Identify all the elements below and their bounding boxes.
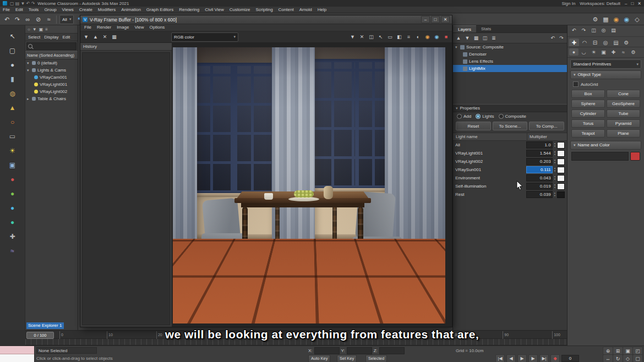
vfb-close-button[interactable]: ✕ [441, 16, 450, 23]
layer-tree-row[interactable]: Denoiser [453, 51, 567, 58]
redo-view-icon[interactable]: ↷ [580, 26, 588, 34]
torus-primitive-icon[interactable]: ○ [7, 117, 18, 128]
explorer-row[interactable]: VRayCam001 [25, 74, 78, 81]
menu-item[interactable]: Graph Editors [144, 7, 176, 13]
light-create-icon[interactable]: ☀ [7, 145, 18, 156]
create-tab-icon[interactable]: ✚ [569, 39, 579, 46]
primitive-button[interactable]: GeoSphere [607, 100, 640, 108]
material-green-icon[interactable]: ● [7, 188, 18, 199]
properties-header[interactable]: ▾ Properties [453, 104, 567, 112]
spinner-icon[interactable]: ▴▾ [554, 151, 555, 156]
menu-item[interactable]: File [0, 7, 13, 13]
display-toggle-icon[interactable]: ▤ [609, 26, 618, 34]
vfb-menu-item[interactable]: View [132, 24, 146, 31]
prev-frame-icon[interactable]: ◀ [506, 354, 516, 362]
explorer-column-header[interactable]: Name (Sorted Ascending) [25, 51, 78, 59]
select-tool-icon[interactable]: ↖ [7, 31, 18, 42]
helpers-icon[interactable]: ✚ [609, 48, 618, 56]
cameras-icon[interactable]: ▣ [599, 48, 608, 56]
selection-filter-dropdown[interactable]: All▾ [59, 15, 74, 24]
layers-panel-tab[interactable]: Layers [453, 25, 476, 32]
menu-item[interactable]: Tools [26, 7, 42, 13]
name-and-color-rollout[interactable]: ▾ Name and Color [570, 141, 641, 150]
unlink-icon[interactable]: ⊘ [34, 15, 43, 24]
explorer-row[interactable]: VRayLight001 [25, 81, 78, 88]
material-blue-icon[interactable]: ● [7, 202, 18, 213]
lightmix-button[interactable]: To Comp... [529, 122, 564, 130]
multiplier-field[interactable]: 0.019 [526, 183, 553, 190]
autogrid-checkbox[interactable] [573, 81, 578, 87]
primitive-button[interactable]: Cone [607, 90, 640, 98]
primitive-button[interactable]: Cylinder [571, 109, 605, 118]
geometry-icon[interactable]: ● [569, 48, 578, 56]
isolate-icon[interactable]: ◎ [599, 26, 608, 34]
multiplier-field[interactable]: 0.111 [526, 166, 553, 173]
lightmix-mode-radio[interactable]: Lights [476, 114, 494, 119]
light-color-swatch[interactable] [557, 183, 565, 190]
layer-tree-row[interactable]: ▾ Source: Composite [453, 43, 567, 51]
hierarchy-tab-icon[interactable]: ⊟ [590, 39, 600, 46]
spinner-icon[interactable]: ▴▾ [554, 175, 555, 180]
spinner-icon[interactable]: ▴▾ [554, 159, 555, 164]
menu-item[interactable]: Views [59, 7, 77, 13]
explorer-row[interactable]: VRayLight002 [25, 88, 78, 95]
save-image-icon[interactable]: ▼ [348, 33, 357, 41]
menu-item[interactable]: Modifiers [95, 7, 118, 13]
helper-create-icon[interactable]: ✚ [7, 231, 18, 242]
spinner-icon[interactable]: ▴▾ [554, 167, 555, 172]
vfb-title-bar[interactable]: V V-Ray Frame Buffer - [100% of 800 x 60… [80, 15, 452, 24]
explorer-find-icon[interactable]: ○ [28, 27, 30, 32]
plane-primitive-icon[interactable]: ▭ [7, 131, 18, 142]
fov-icon[interactable]: ◇ [623, 354, 633, 362]
stop-render-icon[interactable]: ■ [442, 33, 450, 41]
coord-y-field[interactable] [347, 347, 372, 354]
lightmix-row[interactable]: Environment 0.043 ▴▾ [453, 174, 567, 182]
close-button[interactable]: ✕ [637, 1, 641, 6]
space-warps-icon[interactable]: ≈ [619, 48, 628, 56]
utilities-tab-icon[interactable]: ⚙ [621, 39, 631, 46]
menu-item[interactable]: Content [276, 7, 297, 13]
primitive-button[interactable]: Torus [571, 119, 605, 128]
box-primitive-icon[interactable]: ▢ [7, 45, 18, 56]
lightmix-row[interactable]: All 1.0 ▴▾ [453, 141, 567, 149]
light-color-swatch[interactable] [557, 150, 565, 157]
primitives-dropdown[interactable]: Standard Primitives▾ [570, 59, 641, 69]
lightmix-row[interactable]: Rest 0.039 ▴▾ [453, 190, 567, 199]
explorer-menu-edit[interactable]: Edit [61, 34, 72, 40]
layer-tree-row[interactable]: Lens Effects [453, 58, 567, 65]
snapshot-icon[interactable]: ◫ [590, 26, 598, 34]
maximize-button[interactable]: □ [631, 1, 634, 6]
vfb-channel-dropdown[interactable]: RGB color▾ [171, 32, 238, 42]
lightmix-mode-radio[interactable]: Composite [499, 114, 526, 119]
play-icon[interactable]: ▶ [517, 354, 527, 362]
bind-spacewarp-icon[interactable]: ≈ [44, 15, 53, 24]
light-color-swatch[interactable] [557, 175, 565, 182]
select-link-icon[interactable]: ∞ [23, 15, 32, 24]
history-save-icon[interactable]: ▼ [82, 33, 90, 41]
object-type-rollout[interactable]: ▾ Object Type [570, 70, 641, 79]
stamp-icon[interactable]: ≡ [405, 33, 413, 41]
multiplier-field[interactable]: 1.0 [526, 141, 553, 149]
explorer-filter-icon[interactable]: ▼ [32, 27, 37, 32]
key-toggle-icon[interactable]: ◆ [550, 354, 560, 362]
lights-icon[interactable]: ☀ [589, 48, 598, 56]
menu-item[interactable]: Civil View [202, 7, 227, 13]
arnold-render-icon[interactable]: ◇ [632, 15, 642, 24]
coord-z-field[interactable] [379, 347, 405, 354]
multiplier-field[interactable]: 0.043 [526, 174, 553, 182]
vfb-minimize-button[interactable]: – [421, 16, 430, 23]
menu-item[interactable]: Animation [118, 7, 144, 13]
layer-tree-row-selected[interactable]: LightMix [453, 65, 567, 72]
undo-view-icon[interactable]: ↶ [570, 26, 578, 34]
vfb-menu-item[interactable]: Image [114, 24, 132, 31]
explorer-menu-display[interactable]: Display [42, 34, 60, 40]
sphere-primitive-icon[interactable]: ● [7, 59, 18, 70]
layers-folder-icon[interactable]: ▦ [472, 34, 480, 42]
orbit-icon[interactable]: ↻ [613, 354, 623, 362]
layers-redo-icon[interactable]: ↷ [558, 34, 565, 42]
auto-key-button[interactable]: Auto Key [308, 355, 330, 362]
primitive-button[interactable]: Sphere [571, 100, 605, 108]
maximize-viewport-icon[interactable]: ▢ [632, 354, 643, 362]
menu-item[interactable]: Rendering [176, 7, 202, 13]
coord-x-field[interactable] [314, 347, 340, 354]
